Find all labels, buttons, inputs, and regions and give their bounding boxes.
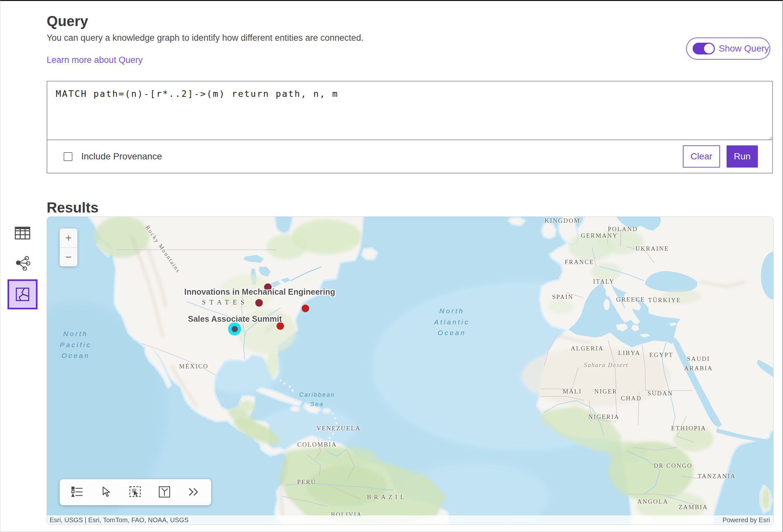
- table-icon: [15, 227, 30, 240]
- query-panel: MATCH path=(n)-[r*..2]->(m) return path,…: [46, 81, 773, 173]
- attribution-text: Esri, USGS | Esri, TomTom, FAO, NOAA, US…: [50, 517, 189, 524]
- double-chevron-icon: [188, 487, 199, 497]
- legend-button[interactable]: [67, 483, 87, 502]
- select-rectangle-icon: [129, 486, 142, 499]
- powered-by-text: Powered by Esri: [722, 517, 770, 524]
- results-map[interactable]: KINGDOMPOLANDGERMANYUKRAINEFRANCEITALYSP…: [46, 217, 774, 525]
- view-table-button[interactable]: [7, 218, 37, 248]
- toggle-switch-icon: [693, 43, 714, 55]
- page-title: Query: [46, 13, 88, 29]
- query-page: Query You can query a knowledge graph to…: [0, 0, 783, 532]
- learn-more-link[interactable]: Learn more about Query: [46, 55, 143, 65]
- zoom-out-button[interactable]: −: [60, 248, 77, 267]
- results-title: Results: [46, 199, 98, 216]
- map-point[interactable]: [302, 305, 309, 312]
- toggle-knob: [703, 43, 715, 55]
- cursor-icon: [102, 486, 111, 498]
- basemap: [47, 217, 774, 525]
- query-panel-footer: Include Provenance Clear Run: [47, 140, 772, 173]
- page-description: You can query a knowledge graph to ident…: [46, 33, 364, 43]
- run-button[interactable]: Run: [726, 145, 758, 168]
- toolbar-expand-button[interactable]: [184, 483, 203, 502]
- query-actions: Clear Run: [683, 145, 758, 168]
- map-point-selected[interactable]: [228, 322, 241, 335]
- map-toolbar: [60, 479, 211, 505]
- include-provenance-label: Include Provenance: [81, 151, 162, 162]
- map-icon: [15, 287, 30, 302]
- include-provenance-checkbox[interactable]: [64, 152, 72, 161]
- view-link-chart-button[interactable]: [7, 248, 37, 278]
- select-by-rectangle-button[interactable]: [126, 483, 145, 502]
- select-cursor-button[interactable]: [97, 483, 116, 502]
- map-point[interactable]: [277, 322, 284, 330]
- legend-icon: [71, 486, 83, 498]
- link-chart-icon: [14, 256, 31, 271]
- include-provenance-checkbox-row[interactable]: Include Provenance: [62, 151, 162, 162]
- map-attribution-bar: Esri, USGS | Esri, TomTom, FAO, NOAA, US…: [47, 516, 773, 525]
- view-map-button[interactable]: [7, 279, 37, 309]
- map-point[interactable]: [255, 299, 263, 307]
- show-query-label: Show Query: [719, 43, 769, 54]
- map-zoom-control: + −: [60, 229, 77, 266]
- show-query-toggle[interactable]: Show Query: [686, 37, 770, 60]
- clear-button[interactable]: Clear: [683, 145, 720, 168]
- zoom-in-button[interactable]: +: [60, 229, 77, 248]
- map-point[interactable]: [264, 284, 272, 291]
- select-extent-icon: [159, 486, 170, 499]
- select-extent-button[interactable]: [155, 483, 174, 502]
- query-input[interactable]: MATCH path=(n)-[r*..2]->(m) return path,…: [47, 81, 772, 140]
